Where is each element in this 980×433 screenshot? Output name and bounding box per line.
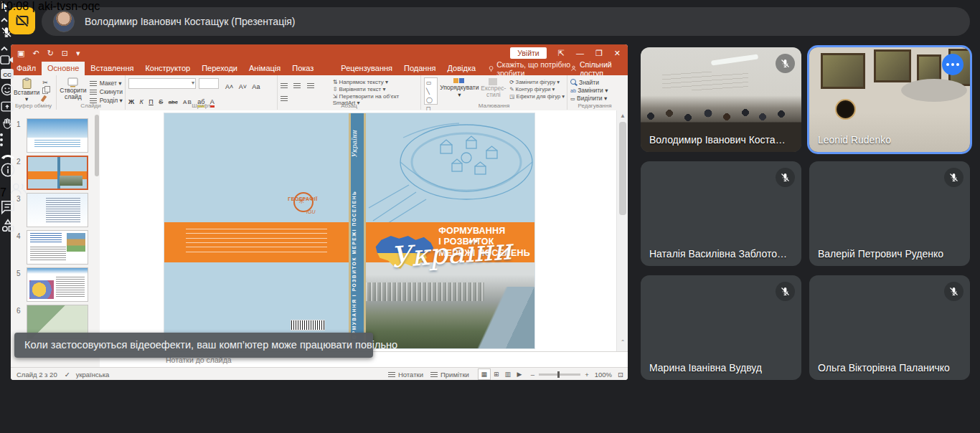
meet-bottom-bar: 10:08 | aki-tvsn-oqc CC [0, 0, 100, 237]
participant-tile[interactable]: Наталія Василівна Заблотовс… [641, 161, 801, 266]
slideshow-view-button[interactable]: ▶ [514, 369, 525, 379]
pinned-presentation-bar: Володимир Іванович Костащук (Презентація… [42, 7, 970, 36]
scrollbar-thumb[interactable] [619, 122, 626, 215]
raise-hand-button[interactable] [0, 117, 100, 133]
slide-canvas[interactable]: ГЕОГРАФІЇ IGU України ФОРМУВАННЯ І РОЗВИ… [100, 110, 616, 351]
tab-slideshow[interactable]: Показ слайдів [286, 62, 335, 75]
thumb-number: 5 [17, 270, 21, 277]
participant-tile[interactable]: Валерій Петрович Руденко [809, 161, 970, 266]
captions-button[interactable]: CC [0, 68, 100, 82]
tab-view[interactable]: Подання [398, 62, 441, 75]
slide-sorter-view-button[interactable]: ⊞ [491, 369, 502, 379]
normal-view-button[interactable]: ▦ [478, 368, 491, 380]
mic-muted-icon [776, 54, 795, 73]
tab-animations[interactable]: Анімація [243, 62, 286, 75]
font-name-combobox[interactable]: ▾ [128, 78, 196, 89]
zoom-slider-thumb[interactable] [557, 371, 560, 378]
select-button[interactable]: ▭ Виділити ▾ [570, 95, 620, 102]
ribbon-display-options-icon[interactable]: ⇱ [558, 49, 565, 58]
find-button[interactable]: Знайти [570, 79, 620, 86]
participant-tile[interactable]: Марина Іванівна Вудвуд [641, 275, 801, 380]
tab-transitions[interactable]: Переходи [196, 62, 243, 75]
bullets-icon[interactable] [281, 83, 288, 89]
camera-options-chevron[interactable] [0, 42, 100, 54]
lightbulb-icon [489, 65, 494, 73]
change-case-icon[interactable]: Аа [252, 83, 260, 90]
book-cover-image: ГЕОГРАФІЇ IGU України ФОРМУВАННЯ І РОЗВИ… [164, 113, 534, 348]
spellcheck-icon[interactable]: ✓ [65, 371, 70, 379]
quick-styles-button[interactable]: Експрес-стилі [481, 77, 506, 105]
shapes-gallery[interactable]: ▭ ╲ ◯ ◻△ ◇ → ☆{ } ( ) ✶ [424, 77, 438, 105]
participant-tile[interactable]: Володимир Іванович Костащук [641, 47, 801, 152]
replace-shape-button[interactable]: ⟳ Замінити фігуру ▾ [509, 79, 565, 85]
tile-options-button[interactable] [942, 54, 963, 75]
powerpoint-window: Презентація Атласу МЕРЕЖА поселень Остан… [11, 44, 628, 380]
mic-muted-icon [776, 282, 795, 301]
slide-scrollbar[interactable]: ▲ ⌃ ⌄ ▼ [616, 110, 628, 367]
comments-toggle[interactable]: Примітки [430, 371, 469, 379]
align-text-button[interactable]: ⇳ Вирівняти текст ▾ [333, 86, 418, 92]
grow-font-icon[interactable]: А˄ [225, 83, 233, 90]
participant-name: Leonid Rudenko [818, 134, 891, 146]
participants-button[interactable]: 7 [0, 181, 100, 199]
book-spine: України ФОРМУВАННЯ І РОЗВИТОК МЕРЕЖІ ПОС… [349, 113, 366, 348]
mic-options-chevron[interactable] [0, 13, 100, 26]
end-call-button[interactable] [0, 149, 100, 162]
hand-icon [0, 117, 14, 130]
share-button[interactable]: Спільний доступ [571, 60, 621, 77]
text-direction-button[interactable]: ⇅ Напрямок тексту ▾ [333, 79, 418, 85]
close-button[interactable]: ✕ [614, 49, 621, 58]
more-options-button[interactable] [0, 133, 100, 149]
mic-muted-icon [776, 168, 795, 187]
present-button[interactable] [0, 100, 100, 117]
zoom-out-button[interactable]: – [531, 371, 534, 379]
participant-tile[interactable]: Ольга Вікторівна Паланичко [809, 275, 970, 380]
group-editing: Знайти ab Замінити ▾ ▭ Виділити ▾ Редагу… [567, 75, 622, 110]
meeting-panels: 7 [0, 162, 100, 237]
activities-button[interactable] [0, 218, 100, 237]
scroll-up-icon[interactable]: ▲ [617, 110, 628, 119]
slide-thumbnail-5[interactable] [27, 267, 88, 302]
ribbon-tabs: Файл Основне Вставлення Конструктор Пере… [11, 62, 628, 75]
reactions-button[interactable] [0, 82, 100, 100]
numbering-icon[interactable] [293, 83, 301, 89]
arrange-button[interactable]: Упорядкувати▾ [441, 77, 477, 105]
powerpoint-titlebar: ▣ ↶ ↻ ⊡ ▾ Увійти ⇱ — ❐ ✕ [11, 44, 628, 62]
geography-institute-logo: ГЕОГРАФІЇ IGU [278, 191, 328, 217]
zoom-in-button[interactable]: + [585, 371, 589, 379]
tab-help[interactable]: Довідка [441, 62, 481, 75]
smiley-icon [0, 82, 14, 97]
camera-toggle-button[interactable] [0, 54, 100, 68]
shape-outline-button[interactable]: ✎ Контур фігури ▾ [509, 86, 565, 92]
replace-button[interactable]: ab Замінити ▾ [570, 87, 620, 94]
group-font: ▾ А˄ А˅ Аа Ж К П S abc АВ аб А Шрифт [126, 75, 278, 110]
tab-review[interactable]: Рецензування [335, 62, 398, 75]
tell-me-box[interactable]: Скажіть, що потрібно зробити [489, 60, 571, 77]
shrink-font-icon[interactable]: А˅ [239, 83, 247, 90]
font-size-combobox[interactable] [199, 78, 219, 89]
barcode [291, 320, 325, 330]
fit-to-window-button[interactable]: ⊡ [618, 371, 623, 379]
participant-tile[interactable]: Leonid Rudenko [809, 47, 970, 152]
camera-control [0, 42, 100, 68]
call-controls: CC [0, 13, 100, 162]
notes-toggle[interactable]: Нотатки [388, 371, 423, 379]
zoom-slider[interactable] [539, 373, 580, 376]
person-icon [571, 65, 576, 72]
minimize-button[interactable]: — [576, 49, 584, 57]
meeting-details-button[interactable] [0, 162, 100, 181]
restore-button[interactable]: ❐ [595, 49, 603, 58]
reading-view-button[interactable]: ▥ [502, 369, 514, 379]
language-indicator[interactable]: українська [76, 371, 110, 379]
group-drawing: ▭ ╲ ◯ ◻△ ◇ → ☆{ } ( ) ✶ Упорядкувати▾ Ек… [421, 75, 567, 110]
indent-decrease-icon[interactable] [307, 83, 314, 89]
mic-mute-button[interactable] [0, 26, 100, 42]
previous-slide-icon[interactable]: ⌃ [617, 339, 628, 346]
shape-effects-button[interactable]: ◳ Ефекти для фігур ▾ [509, 93, 565, 100]
more-vertical-icon [0, 133, 3, 146]
zoom-level[interactable]: 100% [595, 371, 612, 379]
chat-button[interactable] [0, 199, 100, 218]
indent-increase-icon[interactable] [281, 96, 288, 102]
tab-design[interactable]: Конструктор [139, 62, 196, 75]
sign-in-button[interactable]: Увійти [510, 47, 547, 59]
